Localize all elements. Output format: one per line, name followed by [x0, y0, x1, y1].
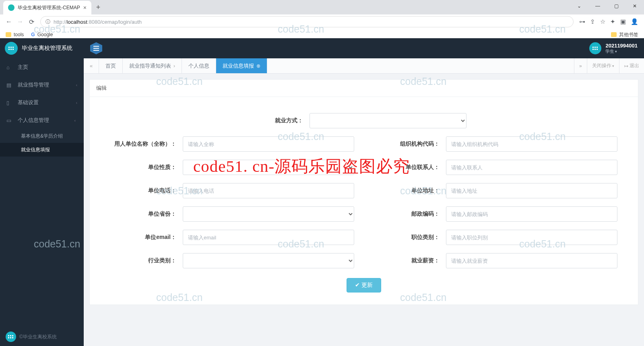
label-email: 单位email：: [110, 234, 183, 241]
sidebar-sub-basic-info[interactable]: 基本信息&学历介绍: [0, 129, 84, 143]
tab-guidance-list[interactable]: 就业指导通知列表›: [123, 58, 182, 73]
input-job-type[interactable]: [446, 230, 617, 245]
new-tab-button[interactable]: +: [96, 3, 101, 12]
tab-employment-report[interactable]: 就业信息填报⊗: [216, 58, 267, 73]
input-employer-name[interactable]: [183, 136, 354, 152]
user-role: 学生▾: [605, 49, 638, 54]
tab-strip: 毕业生离校管理系统-CEMAP × + ⌄ — ▢ ✕: [0, 0, 644, 14]
input-email[interactable]: [183, 230, 354, 245]
folder-icon: [6, 32, 11, 37]
window-maximize-button[interactable]: ▢: [607, 0, 625, 12]
bookmark-other[interactable]: 其他书签: [611, 31, 638, 38]
tab-scroll-right-button[interactable]: »: [574, 58, 587, 73]
content: 编辑 就业方式： 用人单位名称（全称）：: [84, 74, 644, 346]
home-icon: ⌂: [6, 64, 13, 70]
browser-tab[interactable]: 毕业生离校管理系统-CEMAP ×: [3, 1, 91, 14]
sidebar-item-guidance[interactable]: ▤ 就业指导管理 ‹: [0, 76, 84, 94]
label-nature: 单位性质：: [110, 164, 183, 171]
chevron-left-icon: ‹: [76, 83, 77, 87]
site-info-icon[interactable]: ⓘ: [45, 19, 50, 25]
input-salary[interactable]: [446, 253, 617, 268]
avatar-icon: [589, 42, 601, 54]
google-icon: G: [31, 32, 35, 37]
app-logo[interactable]: 毕业生离校管理系统: [0, 38, 84, 58]
input-postcode[interactable]: [446, 206, 617, 222]
sidebar-item-settings[interactable]: ▯ 基础设置 ‹: [0, 94, 84, 111]
input-address[interactable]: [446, 183, 617, 198]
nav-reload-button[interactable]: ⟳: [26, 16, 37, 27]
sidebar-footer: ©毕业生离校系统: [0, 327, 84, 346]
close-ops-button[interactable]: 关闭操作▾: [587, 58, 619, 73]
user-id: 20211994001: [605, 43, 638, 49]
nav-forward-button[interactable]: →: [14, 16, 26, 27]
nav-back-button[interactable]: ←: [3, 16, 14, 27]
label-job-type: 职位类别：: [374, 234, 446, 241]
tab-home[interactable]: 首页: [99, 58, 123, 73]
menu-toggle-button[interactable]: [90, 42, 102, 54]
folder-icon: [611, 32, 617, 37]
url-proto: http://: [54, 19, 67, 25]
panel-title: 编辑: [90, 80, 638, 97]
app-container: 毕业生离校管理系统 ⌂ 主页 ▤ 就业指导管理 ‹ ▯ 基础设置 ‹ ▭ 个人信…: [0, 38, 644, 346]
address-row: ← → ⟳ ⓘ http:// localhost :8080/cemap/lo…: [0, 14, 644, 29]
tab-favicon-icon: [8, 4, 14, 11]
extensions-icon[interactable]: ✦: [610, 18, 615, 25]
sidebar-item-label: 就业指导管理: [18, 81, 49, 89]
label-province: 单位省份：: [110, 210, 183, 218]
tab-title: 毕业生离校管理系统-CEMAP: [18, 4, 80, 11]
address-bar[interactable]: ⓘ http:// localhost :8080/cemap/login/au…: [40, 16, 574, 27]
label-employer-name: 用人单位名称（全称）：: [110, 140, 183, 148]
select-province[interactable]: [183, 206, 354, 222]
sidebar-sub-employment-report[interactable]: 就业信息填报: [0, 143, 84, 157]
share-icon[interactable]: ⇪: [590, 18, 595, 25]
logo-icon: [6, 332, 16, 342]
chevron-down-icon: ⌄: [74, 119, 78, 122]
profile-icon: ▭: [6, 117, 13, 124]
bookmark-tools[interactable]: tools: [6, 32, 24, 37]
input-phone[interactable]: [183, 183, 354, 198]
window-controls: ⌄ — ▢ ✕: [570, 0, 644, 12]
input-org-code[interactable]: [446, 136, 617, 152]
profile-icon[interactable]: 👤: [631, 18, 638, 25]
sidebar-item-label: 基础设置: [18, 99, 39, 106]
sidebar-item-label: 就业信息填报: [21, 146, 50, 153]
bookmark-google[interactable]: GGoogle: [31, 32, 53, 37]
app-title: 毕业生离校管理系统: [22, 45, 72, 52]
panel: 编辑 就业方式： 用人单位名称（全称）：: [89, 79, 638, 305]
tab-close-icon[interactable]: ×: [83, 4, 87, 11]
logout-button[interactable]: ↦ 退出: [619, 58, 644, 73]
window-close-button[interactable]: ✕: [625, 0, 644, 12]
select-nature[interactable]: [183, 160, 354, 175]
content-tabs: « 首页 就业指导通知列表› 个人信息 就业信息填报⊗ » 关闭操作▾ ↦ 退出: [84, 58, 644, 74]
window-minimize-button[interactable]: —: [588, 0, 607, 12]
url-path: :8080/cemap/login/auth: [87, 19, 142, 25]
app-icon[interactable]: ▣: [620, 18, 626, 25]
label-employ-mode: 就业方式：: [261, 117, 310, 124]
sidebar-item-home[interactable]: ⌂ 主页: [0, 58, 84, 76]
user-menu[interactable]: 20211994001 学生▾: [589, 42, 638, 54]
hamburger-icon: [93, 48, 99, 49]
select-industry[interactable]: [183, 253, 354, 268]
star-icon[interactable]: ☆: [600, 18, 605, 25]
label-address: 单位地址：: [374, 187, 446, 194]
tab-scroll-left-button[interactable]: «: [84, 58, 99, 73]
update-button[interactable]: ✔更新: [347, 278, 381, 292]
select-employ-mode[interactable]: [310, 113, 466, 128]
check-icon: ✔: [355, 282, 360, 288]
panel-body: 就业方式： 用人单位名称（全称）： 组织机构代码：: [90, 97, 638, 305]
window-dropdown-icon[interactable]: ⌄: [570, 0, 588, 12]
caret-down-icon: ▾: [615, 49, 617, 54]
chevron-left-icon: ‹: [76, 101, 77, 105]
sidebar-item-label: 主页: [18, 64, 28, 71]
sidebar-item-label: 基本信息&学历介绍: [21, 133, 63, 140]
tab-close-icon[interactable]: ⊗: [256, 63, 260, 69]
input-contact[interactable]: [446, 160, 617, 175]
tab-personal-info[interactable]: 个人信息: [182, 58, 216, 73]
sidebar-item-profile[interactable]: ▭ 个人信息管理 ⌄: [0, 111, 84, 129]
key-icon[interactable]: ⊶: [579, 18, 585, 25]
label-salary: 就业薪资：: [374, 257, 446, 264]
browser-chrome: 毕业生离校管理系统-CEMAP × + ⌄ — ▢ ✕ ← → ⟳ ⓘ http…: [0, 0, 644, 38]
sidebar-item-label: 个人信息管理: [18, 117, 49, 124]
toolbar-icons: ⊶ ⇪ ☆ ✦ ▣ 👤: [577, 18, 641, 25]
logout-icon: ↦: [624, 63, 628, 69]
